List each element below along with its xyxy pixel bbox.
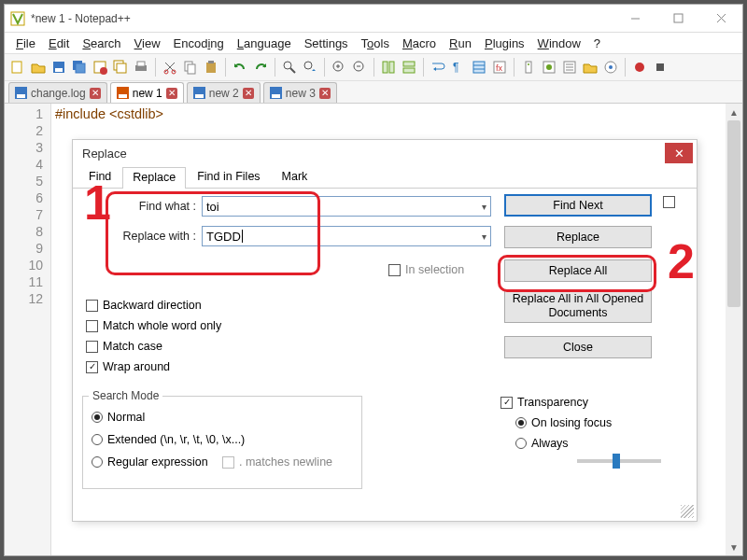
close-file-icon[interactable] (91, 58, 109, 77)
tab-close-icon[interactable]: ✕ (243, 88, 254, 99)
match-whole-word-checkbox[interactable]: Match whole word only (86, 319, 221, 332)
find-what-input[interactable]: toi▾ (202, 196, 491, 217)
indent-guide-icon[interactable] (470, 58, 488, 77)
replace-all-opened-button[interactable]: Replace All in All Opened Documents (504, 289, 652, 323)
menu-run[interactable]: Run (444, 35, 477, 52)
resize-grip-icon[interactable] (681, 505, 694, 518)
document-tabs: change.log ✕ new 1 ✕ new 2 ✕ new 3 ✕ (5, 81, 742, 104)
show-all-chars-icon[interactable]: ¶ (449, 58, 468, 77)
tab-find[interactable]: Find (78, 166, 121, 188)
tab-new-2[interactable]: new 2 ✕ (187, 82, 261, 103)
menu-help[interactable]: ? (588, 35, 606, 52)
maximize-button[interactable] (656, 5, 699, 33)
copy-icon[interactable] (181, 58, 200, 77)
paste-icon[interactable] (202, 58, 220, 77)
replace-button[interactable]: Replace (504, 226, 652, 248)
cut-icon[interactable] (161, 58, 179, 77)
close-all-icon[interactable] (111, 58, 130, 77)
wordwrap-icon[interactable] (429, 58, 447, 77)
menu-language[interactable]: Language (232, 35, 297, 52)
new-file-icon[interactable] (8, 58, 27, 77)
doc-list-icon[interactable] (540, 58, 558, 77)
find-next-toggle-checkbox[interactable] (663, 196, 675, 208)
menu-tools[interactable]: Tools (356, 35, 395, 52)
close-dialog-button[interactable]: Close (504, 336, 652, 358)
tab-change-log[interactable]: change.log ✕ (8, 82, 107, 103)
udl-icon[interactable]: fx (490, 58, 509, 77)
backward-direction-checkbox[interactable]: Backward direction (86, 299, 202, 312)
svg-point-41 (528, 63, 529, 65)
chevron-down-icon[interactable]: ▾ (482, 202, 486, 212)
zoom-out-icon[interactable] (350, 58, 369, 77)
monitoring-icon[interactable] (601, 58, 620, 77)
save-all-icon[interactable] (70, 58, 89, 77)
print-icon[interactable] (132, 58, 150, 77)
open-file-icon[interactable] (29, 58, 48, 77)
scroll-down-icon[interactable]: ▼ (726, 539, 742, 555)
find-icon[interactable] (280, 58, 299, 77)
svg-rect-59 (272, 94, 280, 98)
dialog-close-button[interactable]: ✕ (665, 143, 693, 163)
replace-with-input[interactable]: TGDD▾ (202, 226, 491, 246)
wrap-around-checkbox[interactable]: Wrap around (86, 360, 170, 373)
svg-rect-21 (208, 61, 214, 63)
transparency-on-losing-focus[interactable]: On losing focus (515, 416, 612, 429)
transparency-checkbox[interactable]: Transparency (500, 396, 588, 409)
tab-close-icon[interactable]: ✕ (319, 88, 331, 99)
replace-all-button[interactable]: Replace All (504, 259, 652, 282)
search-mode-normal[interactable]: Normal (92, 411, 145, 424)
in-selection-checkbox: In selection (388, 263, 464, 276)
scroll-thumb[interactable] (727, 120, 740, 307)
save-icon[interactable] (49, 58, 68, 77)
tab-close-icon[interactable]: ✕ (90, 88, 101, 99)
sync-v-icon[interactable] (379, 58, 398, 77)
slider-handle[interactable] (613, 454, 620, 469)
tab-find-in-files[interactable]: Find in Files (187, 166, 270, 188)
close-button[interactable] (699, 5, 742, 33)
folder-workspace-icon[interactable] (581, 58, 599, 77)
svg-rect-15 (137, 62, 145, 66)
function-list-icon[interactable] (560, 58, 579, 77)
redo-icon[interactable] (251, 58, 270, 77)
menu-file[interactable]: File (10, 35, 41, 52)
menu-plugins[interactable]: Plugins (479, 35, 530, 52)
svg-rect-53 (17, 94, 25, 98)
text-caret (242, 230, 243, 243)
tab-new-1[interactable]: new 1 ✕ (110, 82, 184, 103)
menu-edit[interactable]: Edit (43, 35, 75, 52)
search-mode-extended[interactable]: Extended (\n, \r, \t, \0, \x...) (92, 433, 245, 446)
replace-dialog: Replace ✕ Find Replace Find in Files Mar… (72, 139, 698, 522)
transparency-always[interactable]: Always (515, 437, 569, 450)
menu-macro[interactable]: Macro (397, 35, 442, 52)
zoom-in-icon[interactable] (330, 58, 348, 77)
tab-new-3[interactable]: new 3 ✕ (263, 82, 337, 103)
undo-icon[interactable] (231, 58, 249, 77)
tab-close-icon[interactable]: ✕ (166, 88, 177, 99)
svg-rect-9 (76, 63, 85, 73)
replace-icon[interactable] (301, 58, 319, 77)
minimize-button[interactable] (613, 5, 656, 33)
tab-replace[interactable]: Replace (122, 167, 186, 189)
menu-search[interactable]: Search (77, 35, 126, 52)
menu-view[interactable]: View (129, 35, 166, 52)
search-mode-regex[interactable]: Regular expression (92, 455, 208, 469)
svg-rect-13 (117, 63, 126, 73)
disk-icon (193, 87, 205, 99)
match-case-checkbox[interactable]: Match case (86, 340, 162, 353)
record-macro-icon[interactable] (630, 58, 649, 77)
svg-point-11 (100, 67, 107, 75)
menu-settings[interactable]: Settings (299, 35, 354, 52)
doc-map-icon[interactable] (519, 58, 538, 77)
menu-encoding[interactable]: Encoding (168, 35, 230, 52)
dialog-tabs: Find Replace Find in Files Mark (73, 166, 697, 189)
transparency-slider[interactable] (577, 459, 661, 463)
scroll-up-icon[interactable]: ▲ (726, 104, 742, 120)
stop-macro-icon[interactable] (651, 58, 669, 77)
vertical-scrollbar[interactable]: ▲ ▼ (726, 104, 742, 555)
tab-mark[interactable]: Mark (272, 166, 318, 188)
find-next-button[interactable]: Find Next (504, 194, 652, 217)
chevron-down-icon[interactable]: ▾ (482, 231, 486, 242)
menu-window[interactable]: Window (532, 35, 586, 52)
dialog-titlebar: Replace ✕ (73, 140, 697, 166)
sync-h-icon[interactable] (400, 58, 418, 77)
